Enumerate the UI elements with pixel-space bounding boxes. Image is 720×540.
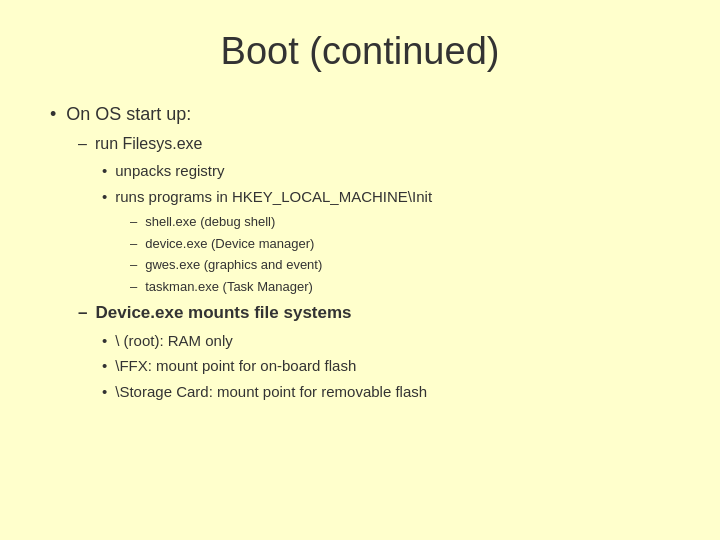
- sub-sub-item-3-text: gwes.exe (graphics and event): [145, 255, 322, 275]
- main-bullet-1: • On OS start up:: [50, 101, 670, 128]
- main-bullet-1-text: On OS start up:: [66, 101, 191, 128]
- sub-bullet-2-3: • \Storage Card: mount point for removab…: [102, 381, 670, 404]
- sub-sub-item-1-text: shell.exe (debug shell): [145, 212, 275, 232]
- sub-bullet-2-1-text: \ (root): RAM only: [115, 330, 233, 353]
- slide: Boot (continued) • On OS start up: – run…: [0, 0, 720, 540]
- sub-sub-dash-3: –: [130, 255, 137, 275]
- sub-sub-dash-2: –: [130, 234, 137, 254]
- sub-sub-item-4: – taskman.exe (Task Manager): [130, 277, 670, 297]
- slide-title: Boot (continued): [50, 30, 670, 73]
- sub-bullet-2-2: • \FFX: mount point for on-board flash: [102, 355, 670, 378]
- dash-icon-2: –: [78, 300, 87, 326]
- sub-bullet-2-3-text: \Storage Card: mount point for removable…: [115, 381, 427, 404]
- sub-sub-item-4-text: taskman.exe (Task Manager): [145, 277, 313, 297]
- sub-sub-list-1: – shell.exe (debug shell) – device.exe (…: [130, 212, 670, 296]
- sub-bullet-1-1-text: unpacks registry: [115, 160, 224, 183]
- sub-bullet-icon-2-2: •: [102, 355, 107, 378]
- sub-sub-item-2-text: device.exe (Device manager): [145, 234, 314, 254]
- bullet-icon-1: •: [50, 101, 56, 128]
- sub-bullet-icon-2-1: •: [102, 330, 107, 353]
- sub-sub-dash-4: –: [130, 277, 137, 297]
- sub-bullet-list-2: • \ (root): RAM only • \FFX: mount point…: [102, 330, 670, 404]
- sub-bullet-icon-1-2: •: [102, 186, 107, 209]
- sub-bullet-1-2: • runs programs in HKEY_LOCAL_MACHINE\In…: [102, 186, 670, 209]
- sub-bullet-2-2-text: \FFX: mount point for on-board flash: [115, 355, 356, 378]
- sub-bullet-list-1: • unpacks registry • runs programs in HK…: [102, 160, 670, 208]
- dash-item-2: – Device.exe mounts file systems: [78, 300, 670, 326]
- sub-sub-item-3: – gwes.exe (graphics and event): [130, 255, 670, 275]
- sub-bullet-1-1: • unpacks registry: [102, 160, 670, 183]
- sub-sub-item-2: – device.exe (Device manager): [130, 234, 670, 254]
- dash-item-2-text: Device.exe mounts file systems: [95, 300, 351, 326]
- dash-item-1: – run Filesys.exe: [78, 132, 670, 156]
- dash-item-1-text: run Filesys.exe: [95, 132, 203, 156]
- slide-content: • On OS start up: – run Filesys.exe • un…: [50, 101, 670, 407]
- sub-bullet-1-2-text: runs programs in HKEY_LOCAL_MACHINE\Init: [115, 186, 432, 209]
- sub-bullet-icon-1-1: •: [102, 160, 107, 183]
- sub-sub-dash-1: –: [130, 212, 137, 232]
- sub-bullet-icon-2-3: •: [102, 381, 107, 404]
- sub-bullet-2-1: • \ (root): RAM only: [102, 330, 670, 353]
- dash-icon-1: –: [78, 132, 87, 156]
- sub-sub-item-1: – shell.exe (debug shell): [130, 212, 670, 232]
